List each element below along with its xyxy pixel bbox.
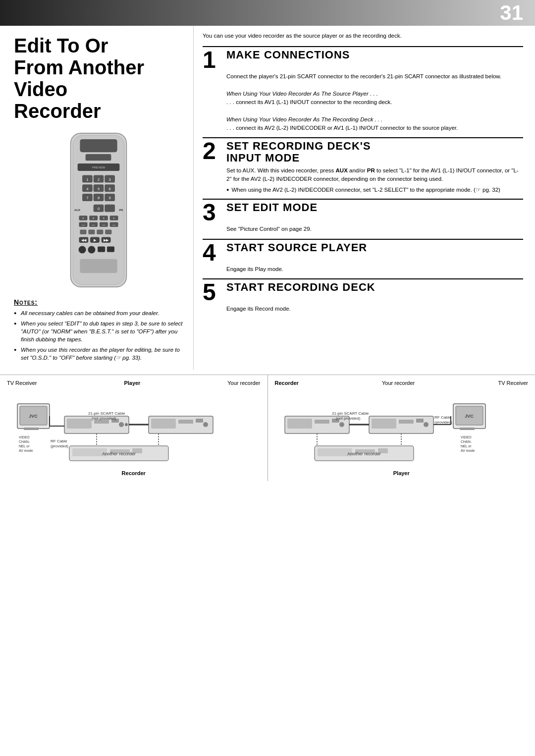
- diagram-left: TV Receiver Player Your recorder JVC: [0, 375, 268, 481]
- step-2: 2 Set Recording Deck'sInput Mode Set to …: [203, 137, 523, 194]
- svg-rect-72: [178, 420, 193, 424]
- svg-text:CHAN-: CHAN-: [19, 440, 30, 443]
- step-4-content: Engage its Play mode.: [226, 265, 523, 273]
- svg-text:PREVIEW: PREVIEW: [92, 166, 106, 169]
- step-1-sub2-title: When Using Your Video Recorder As The Re…: [226, 116, 383, 122]
- svg-text:(provided): (provided): [434, 420, 452, 425]
- svg-text:NEL or: NEL or: [461, 444, 472, 448]
- step-4-header: 4 Start Source Player: [203, 242, 523, 263]
- diagram-left-illustration: JVC: [15, 389, 253, 468]
- step-1: 1 Make Connections Connect the player's …: [203, 46, 523, 132]
- diagram-right-tv-label: TV Receiver: [498, 380, 528, 386]
- svg-text:VIDEO: VIDEO: [19, 435, 30, 439]
- step-1-sub1-text: . . . connect its AV1 (L-1) IN/OUT conne…: [226, 99, 392, 105]
- intro-text: You can use your video recorder as the s…: [203, 32, 523, 40]
- svg-text:Another recorder: Another recorder: [347, 451, 381, 456]
- svg-text:5: 5: [98, 187, 100, 191]
- note-item: When you select "EDIT" to dub tapes in s…: [14, 320, 183, 343]
- step-2-number: 2: [203, 140, 221, 162]
- svg-rect-27: [105, 205, 115, 212]
- svg-text:+: +: [103, 216, 105, 220]
- top-bar: 31: [0, 0, 535, 26]
- diagram-left-svg: JVC: [7, 389, 261, 468]
- svg-rect-100: [372, 419, 396, 429]
- step-5-number: 5: [203, 281, 221, 303]
- svg-text:JVC: JVC: [465, 414, 474, 419]
- step-3-header: 3 Set Edit Mode: [203, 202, 523, 223]
- page-number: 31: [500, 2, 523, 23]
- svg-text:1: 1: [86, 177, 88, 182]
- diagram-left-bottom-label: Recorder: [7, 470, 261, 476]
- diagram-right-illustration: JVC VIDEO CHAN- NEL or AV mode: [282, 389, 520, 468]
- step-1-number: 1: [203, 49, 221, 70]
- svg-text:(provided): (provided): [51, 444, 68, 448]
- svg-point-74: [203, 422, 208, 427]
- svg-rect-71: [151, 419, 176, 429]
- svg-text:+: +: [82, 216, 84, 220]
- step-3: 3 Set Edit Mode See "Picture Control" on…: [203, 199, 523, 233]
- svg-point-55: [79, 246, 86, 253]
- svg-rect-65: [67, 419, 92, 429]
- svg-rect-62: [24, 428, 39, 430]
- svg-text:PR: PR: [119, 209, 123, 212]
- svg-text:—: —: [112, 223, 116, 226]
- step-1-sub2-text: . . . connect its AV2 (L-2) IN/DECODER o…: [226, 125, 458, 131]
- diagram-right-recorder-label: Recorder: [275, 380, 299, 386]
- svg-text:2: 2: [98, 177, 100, 182]
- svg-text:0: 0: [98, 207, 100, 211]
- note-item: All necessary cables can be obtained fro…: [14, 309, 183, 317]
- svg-text:3: 3: [108, 177, 110, 182]
- diagram-left-recorder-label: Your recorder: [227, 380, 260, 386]
- svg-text:AV mode: AV mode: [461, 449, 475, 452]
- step-1-header: 1 Make Connections: [203, 49, 523, 70]
- svg-text:▶▶: ▶▶: [104, 238, 109, 242]
- svg-text:7: 7: [86, 196, 88, 200]
- step-2-bullet: When using the AV2 (L-2) IN/DECODER conn…: [226, 186, 523, 194]
- svg-rect-45: [80, 230, 86, 234]
- svg-rect-73: [196, 419, 203, 423]
- svg-rect-47: [97, 230, 103, 234]
- diagram-right: Recorder Your recorder TV Receiver: [268, 375, 535, 481]
- svg-text:RF Cable: RF Cable: [434, 415, 451, 420]
- svg-rect-48: [105, 230, 111, 234]
- svg-point-98: [339, 422, 344, 427]
- svg-text:21-pin SCART Cable: 21-pin SCART Cable: [332, 411, 369, 416]
- svg-text:CHAN-: CHAN-: [461, 440, 472, 443]
- diagram-right-bottom-label: Player: [275, 470, 529, 476]
- step-2-content: Set to AUX. With this video recorder, pr…: [226, 166, 523, 184]
- svg-rect-3: [86, 154, 111, 161]
- step-1-title: Make Connections: [226, 49, 350, 61]
- diagram-right-your-recorder-label: Your recorder: [382, 380, 415, 386]
- svg-text:4: 4: [86, 187, 88, 191]
- svg-rect-96: [315, 420, 329, 424]
- svg-text:8: 8: [98, 196, 100, 200]
- svg-text:—: —: [82, 223, 85, 226]
- step-4: 4 Start Source Player Engage its Play mo…: [203, 239, 523, 273]
- svg-rect-46: [88, 230, 95, 234]
- svg-rect-2: [80, 139, 117, 152]
- remote-image: PREVIEW 1 2 3 4 5 6 7 8 9: [49, 131, 148, 289]
- svg-text:VIDEO: VIDEO: [461, 435, 472, 439]
- step-3-number: 3: [203, 202, 221, 223]
- step-4-title: Start Source Player: [226, 242, 367, 254]
- svg-text:AV mode: AV mode: [19, 449, 33, 452]
- svg-text:—: —: [102, 223, 106, 226]
- diagram-right-title-row: Recorder Your recorder TV Receiver: [275, 380, 529, 386]
- svg-text:(not provided): (not provided): [336, 416, 361, 421]
- svg-point-103: [424, 422, 428, 427]
- svg-rect-95: [287, 419, 312, 429]
- remote-svg: PREVIEW 1 2 3 4 5 6 7 8 9: [54, 131, 143, 289]
- svg-text:21-pin SCART Cable: 21-pin SCART Cable: [88, 411, 125, 416]
- page-title: Edit To OrFrom AnotherVideoRecorder: [14, 35, 183, 122]
- diagrams-section: TV Receiver Player Your recorder JVC: [0, 375, 535, 481]
- step-1-content: Connect the player's 21-pin SCART connec…: [226, 72, 523, 132]
- svg-point-69: [125, 423, 128, 426]
- diagram-left-title-row: TV Receiver Player Your recorder: [7, 380, 261, 386]
- svg-text:+: +: [113, 216, 115, 220]
- diagram-right-svg: JVC VIDEO CHAN- NEL or AV mode: [275, 389, 529, 468]
- svg-rect-106: [460, 428, 475, 430]
- svg-text:JVC: JVC: [29, 414, 38, 419]
- step-2-title: Set Recording Deck'sInput Mode: [226, 140, 371, 164]
- svg-text:+: +: [93, 216, 95, 220]
- svg-rect-102: [416, 419, 424, 423]
